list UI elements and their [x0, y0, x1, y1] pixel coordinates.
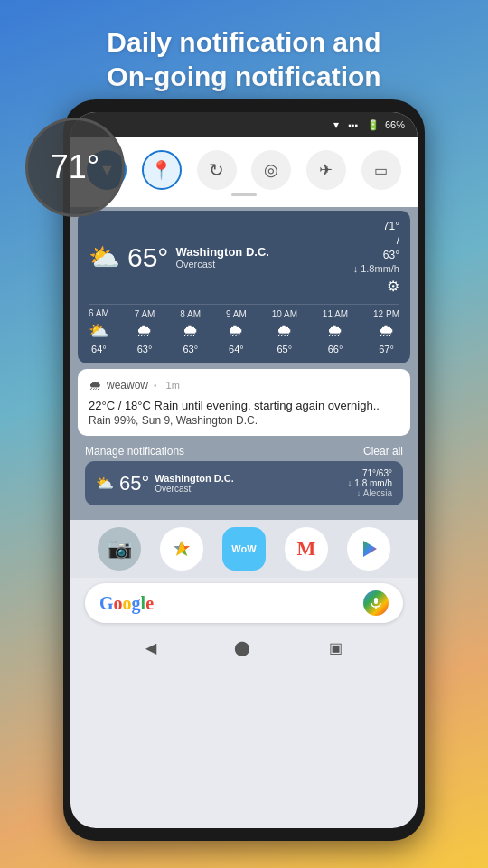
hour-3-icon: 🌧 — [228, 322, 244, 341]
overcast-icon: ⛅ — [89, 242, 120, 272]
hour-3-temp: 64° — [229, 344, 244, 354]
hour-0-temp: 64° — [91, 344, 107, 354]
hotspot-icon: ◎ — [264, 160, 278, 180]
weather-left: ⛅ 65° Washington D.C. Overcast — [89, 242, 269, 273]
google-search-bar[interactable]: Google — [85, 583, 403, 623]
weather-location: Washington D.C. — [175, 245, 269, 259]
wow-app[interactable]: WoW — [222, 527, 266, 571]
mini-weather-left: ⛅ 65° Washington D.C. Overcast — [96, 472, 234, 495]
manage-notifications-label[interactable]: Manage notifications — [85, 445, 184, 458]
hour-2-temp: 63° — [183, 344, 198, 354]
mic-icon — [370, 597, 382, 609]
page-header: Daily notification and On-going notifica… — [0, 0, 488, 109]
phone-screen: ▾ ▪▪▪ 🔋 66% ▼ 📍 ↻ ◎ ✈ — [70, 112, 418, 828]
mini-weather-highlow: 71°/63° — [348, 468, 392, 478]
hour-6-time: 12 PM — [373, 309, 399, 319]
weather-low: 63° — [383, 249, 399, 261]
hour-4-temp: 65° — [277, 344, 292, 354]
weather-rain-rate: ↓ 1.8mm/h — [353, 263, 399, 274]
hourly-forecast-row: 6 AM ⛅ 64° 7 AM 🌧 63° 8 AM 🌧 63° — [89, 304, 399, 354]
hour-2-time: 8 AM — [180, 309, 201, 319]
weather-condition: Overcast — [175, 259, 269, 269]
navigation-bar: ◀ ⬤ ▣ — [70, 630, 418, 662]
google-g-logo: Google — [99, 593, 154, 614]
back-button[interactable]: ◀ — [145, 639, 156, 656]
hourly-item-5: 11 AM 🌧 66° — [323, 309, 348, 354]
notification-header: 🌧 weawow • 1m — [89, 378, 399, 392]
weather-location-block: Washington D.C. Overcast — [175, 245, 269, 269]
qs-cast[interactable]: ▭ — [361, 150, 401, 190]
mini-weather-sub: ↓ Alecsia — [348, 488, 392, 498]
qs-hotspot[interactable]: ◎ — [251, 150, 291, 190]
hour-4-time: 10 AM — [272, 309, 297, 319]
camera-app[interactable]: 📷 — [98, 527, 141, 571]
svg-rect-1 — [374, 598, 378, 604]
weawow-notification[interactable]: 🌧 weawow • 1m 22°C / 18°C Rain until eve… — [78, 369, 410, 436]
photos-app[interactable] — [160, 527, 203, 571]
notification-shade: ⛅ 65° Washington D.C. Overcast 71° / 63°… — [70, 207, 418, 520]
header-line1: Daily notification and — [107, 27, 380, 57]
temperature-bubble: 71° — [25, 118, 125, 217]
notification-body-line1: 22°C / 18°C Rain until evening, starting… — [89, 398, 399, 414]
qs-location-pin[interactable]: 📍 — [142, 150, 182, 190]
mini-cloud-icon: ⛅ — [96, 475, 114, 492]
phone-frame: ▾ ▪▪▪ 🔋 66% ▼ 📍 ↻ ◎ ✈ — [63, 99, 425, 841]
weather-temp: 65° — [127, 242, 168, 273]
hourly-item-3: 9 AM 🌧 64° — [226, 309, 247, 354]
hour-6-temp: 67° — [379, 344, 394, 354]
gmail-app[interactable]: M — [285, 527, 328, 571]
mini-weather-location: Washington D.C. — [155, 473, 234, 484]
hour-4-icon: 🌧 — [277, 322, 293, 341]
google-mic-button[interactable] — [363, 590, 389, 616]
qs-scroll-indicator — [231, 193, 257, 196]
hour-1-icon: 🌧 — [136, 322, 153, 341]
hour-0-icon: ⛅ — [89, 321, 108, 341]
home-button[interactable]: ⬤ — [234, 639, 250, 656]
recents-button[interactable]: ▣ — [329, 639, 343, 656]
wow-icon: WoW — [231, 543, 256, 554]
hour-6-icon: 🌧 — [379, 322, 395, 341]
hour-3-time: 9 AM — [226, 309, 247, 319]
hourly-item-4: 10 AM 🌧 65° — [272, 309, 297, 354]
header-line2: On-going notification — [107, 61, 380, 91]
signal-icon: ▪▪▪ — [348, 120, 358, 130]
hourly-item-6: 12 PM 🌧 67° — [373, 309, 399, 354]
hour-5-temp: 66° — [328, 344, 343, 354]
battery-percent: 66% — [385, 119, 405, 130]
hour-0-time: 6 AM — [89, 308, 109, 318]
airplane-icon: ✈ — [319, 160, 333, 180]
hourly-item-2: 8 AM 🌧 63° — [180, 309, 201, 354]
weather-top-row: ⛅ 65° Washington D.C. Overcast 71° / 63°… — [89, 220, 399, 295]
weather-separator: / — [397, 234, 399, 247]
qs-airplane[interactable]: ✈ — [306, 150, 346, 190]
notification-time: 1m — [166, 380, 180, 391]
sync-icon: ↻ — [209, 159, 224, 181]
hour-5-time: 11 AM — [323, 309, 348, 319]
app-name: weawow — [107, 379, 148, 392]
play-icon — [357, 537, 380, 561]
mini-weather-card: ⛅ 65° Washington D.C. Overcast 71°/63° ↓… — [85, 461, 403, 505]
clear-all-button[interactable]: Clear all — [363, 445, 403, 458]
notification-body-line2: Rain 99%, Sun 9, Washington D.C. — [89, 414, 399, 427]
svg-marker-0 — [363, 541, 377, 557]
cast-icon: ▭ — [374, 162, 388, 179]
manage-notifications-bar: Manage notifications Clear all — [78, 441, 410, 461]
weather-right: 71° / 63° ↓ 1.8mm/h ⚙ — [353, 220, 399, 295]
settings-gear[interactable]: ⚙ — [387, 278, 399, 295]
hour-5-icon: 🌧 — [327, 322, 343, 341]
play-app[interactable] — [347, 527, 390, 571]
bubble-temperature: 71° — [51, 148, 99, 186]
hour-2-icon: 🌧 — [183, 322, 199, 341]
status-bar: ▾ ▪▪▪ 🔋 66% — [70, 112, 418, 137]
weather-high: 71° — [383, 220, 399, 232]
hour-1-time: 7 AM — [135, 309, 155, 319]
hourly-item-0: 6 AM ⛅ 64° — [89, 308, 109, 354]
photos-icon — [170, 537, 193, 561]
mini-weather-temp: 65° — [119, 472, 149, 495]
gmail-icon: M — [296, 537, 315, 561]
qs-sync[interactable]: ↻ — [197, 150, 237, 190]
camera-icon: 📷 — [108, 537, 132, 561]
app-dock: 📷 WoW M — [70, 520, 418, 578]
location-pin-icon: 📍 — [150, 159, 173, 181]
wifi-icon: ▾ — [333, 118, 339, 131]
